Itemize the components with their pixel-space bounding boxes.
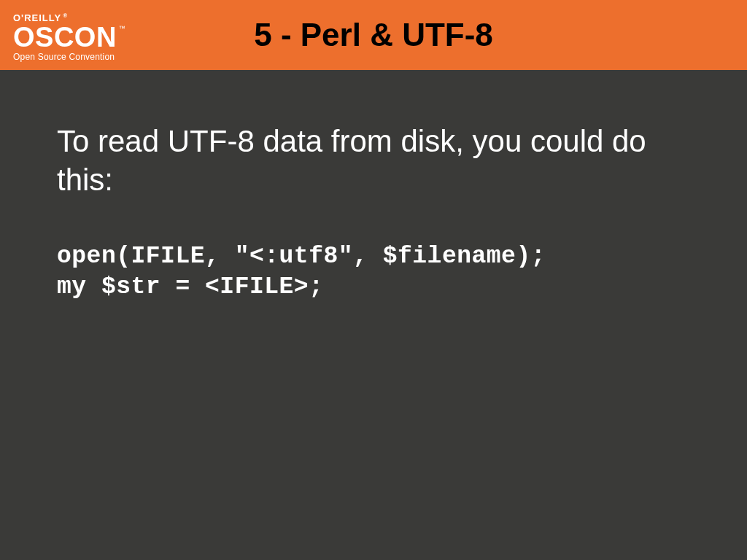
slide-body: To read UTF-8 data from disk, you could …: [0, 70, 747, 303]
code-block: open(IFILE, "<:utf8", $filename); my $st…: [57, 241, 696, 303]
trademark-icon: ™: [119, 26, 126, 32]
code-line-2: my $str = <IFILE>;: [57, 273, 323, 300]
oscon-logo: O'REILLY® OSCON™ Open Source Convention: [13, 12, 117, 61]
code-line-1: open(IFILE, "<:utf8", $filename);: [57, 243, 546, 270]
logo-tagline: Open Source Convention: [13, 52, 117, 62]
logo-name: OSCON™: [13, 24, 117, 50]
intro-text: To read UTF-8 data from disk, you could …: [57, 122, 696, 199]
logo-name-text: OSCON: [13, 22, 117, 52]
registered-icon: ®: [63, 12, 68, 19]
slide-header: O'REILLY® OSCON™ Open Source Convention …: [0, 0, 747, 70]
